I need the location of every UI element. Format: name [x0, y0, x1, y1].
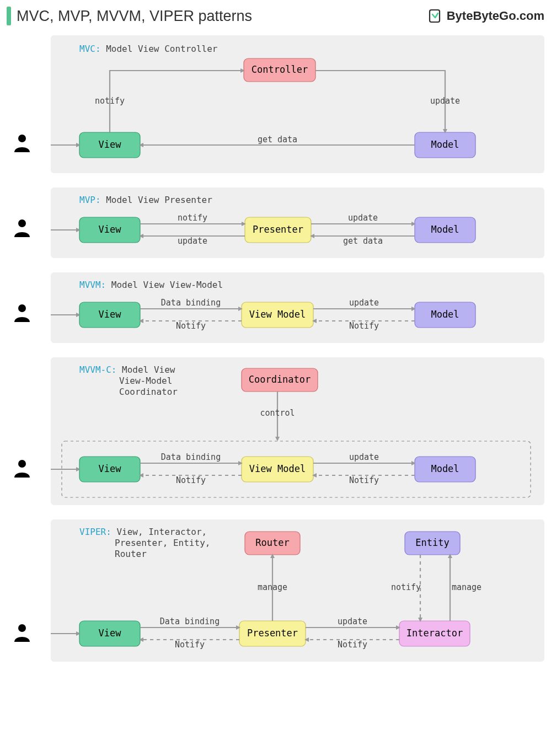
- viper-name3: Router: [115, 549, 147, 559]
- mvvmc-bind-label: Data binding: [161, 452, 221, 462]
- mvp-get-label: get data: [343, 236, 383, 246]
- mvvm-vm-label: View Model: [249, 309, 306, 320]
- svg-text:MVC: Model View Controller: MVC: Model View Controller: [79, 44, 218, 54]
- mvvm-bind-label: Data binding: [161, 298, 221, 308]
- viper-notify3-label: notify: [391, 582, 421, 592]
- mvvmc-control-label: control: [260, 408, 295, 418]
- mvvm-view-label: View: [99, 309, 122, 320]
- user-icon: [12, 303, 32, 323]
- user-icon: [12, 218, 32, 238]
- mvvm-update-label: update: [349, 298, 379, 308]
- mvp-model-label: Model: [431, 224, 459, 235]
- mvc-notify-edge: [110, 71, 244, 132]
- viper-name2: Presenter, Entity,: [115, 538, 210, 548]
- viper-presenter-label: Presenter: [247, 628, 298, 639]
- viper-update-label: update: [338, 616, 367, 626]
- svg-text:VIPER: View, Interactor,: VIPER: View, Interactor,: [79, 527, 207, 537]
- viper-router-label: Router: [255, 537, 289, 548]
- mvp-update2-label: update: [348, 213, 378, 223]
- brand-logo: ByteByteGo.com: [428, 9, 544, 23]
- brand-text: ByteByteGo.com: [447, 9, 544, 23]
- page-header: MVC, MVP, MVVM, VIPER patterns ByteByteG…: [7, 7, 544, 25]
- mvvmc-update-label: update: [349, 452, 379, 462]
- mvvmc-coordinator-label: Coordinator: [249, 374, 311, 385]
- viper-notify1-label: Notify: [175, 640, 205, 650]
- mvvmc-name2: View-Model: [119, 376, 172, 386]
- svg-text:MVVM: Model View View-Model: MVVM: Model View View-Model: [79, 280, 223, 290]
- user-icon: [12, 133, 32, 153]
- mvp-notify-label: notify: [178, 213, 207, 223]
- mvp-name: Model View Presenter: [106, 195, 212, 205]
- viper-name1: View, Interactor,: [116, 527, 207, 537]
- mvc-update-edge: [315, 71, 445, 132]
- page-title: MVC, MVP, MVVM, VIPER patterns: [17, 8, 252, 25]
- mvc-controller-label: Controller: [252, 64, 308, 75]
- mvvmc-panel: MVVM-C: Model View View-Model Coordinato…: [51, 357, 544, 505]
- viper-bind-label: Data binding: [160, 616, 220, 626]
- mvvmc-view-label: View: [99, 463, 122, 474]
- mvvmc-key: MVVM-C:: [79, 364, 116, 375]
- viper-manage2-label: manage: [452, 582, 482, 592]
- mvc-view-label: View: [99, 139, 122, 150]
- viper-key: VIPER:: [79, 527, 111, 537]
- mvc-key: MVC:: [79, 44, 101, 54]
- mvvm-notify2-label: Notify: [349, 321, 379, 331]
- viper-interactor-label: Interactor: [406, 628, 463, 639]
- mvvmc-name3: Coordinator: [119, 387, 178, 397]
- mvp-view-label: View: [99, 224, 122, 235]
- viper-panel: VIPER: View, Interactor, Presenter, Enti…: [51, 519, 544, 662]
- mvvmc-model-label: Model: [431, 463, 459, 474]
- svg-text:MVVM-C: Model View: MVVM-C: Model View: [79, 364, 175, 375]
- mvvm-key: MVVM:: [79, 280, 106, 290]
- mvc-notify-label: notify: [95, 96, 125, 106]
- mvp-update1-label: update: [178, 236, 207, 246]
- mvvm-panel: MVVM: Model View View-Model View View Mo…: [51, 272, 544, 343]
- user-icon: [12, 459, 32, 479]
- mvc-name: Model View Controller: [106, 44, 218, 54]
- mvvmc-notify1-label: Notify: [176, 475, 206, 485]
- mvc-update-label: update: [430, 96, 460, 106]
- svg-text:MVP: Model View Presenter: MVP: Model View Presenter: [79, 195, 212, 205]
- mvvm-notify1-label: Notify: [176, 321, 206, 331]
- mvc-model-label: Model: [431, 139, 459, 150]
- mvp-key: MVP:: [79, 195, 101, 205]
- mvc-panel: MVC: Model View Controller Controller Vi…: [51, 35, 544, 173]
- mvp-presenter-label: Presenter: [253, 224, 303, 235]
- mvvm-name: Model View View-Model: [111, 280, 223, 290]
- viper-view-label: View: [99, 628, 122, 639]
- mvvm-model-label: Model: [431, 309, 459, 320]
- viper-manage1-label: manage: [258, 582, 287, 592]
- mvvmc-vm-label: View Model: [249, 463, 306, 474]
- mvc-get-label: get data: [258, 135, 297, 144]
- mvp-panel: MVP: Model View Presenter View Presenter…: [51, 187, 544, 258]
- viper-notify2-label: Notify: [338, 640, 367, 650]
- user-icon: [12, 623, 32, 643]
- viper-entity-label: Entity: [415, 537, 449, 548]
- mvvmc-name1: Model View: [122, 364, 175, 375]
- mvvmc-notify2-label: Notify: [349, 475, 379, 485]
- accent-bar: [7, 7, 11, 25]
- logo-icon: [428, 9, 442, 23]
